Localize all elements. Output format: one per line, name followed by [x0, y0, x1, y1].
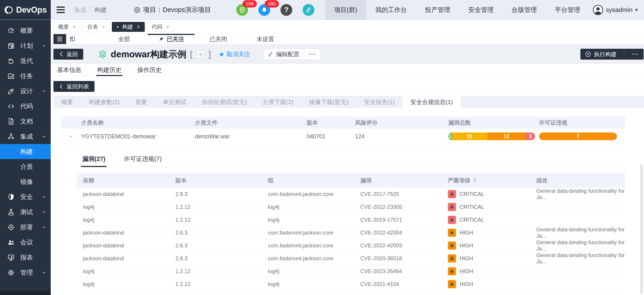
nav-security-mgmt[interactable]: 安全管理 [459, 0, 502, 20]
filter-tab-unset[interactable]: 未设置 [242, 34, 289, 44]
nav-projects[interactable]: 项目(群) [325, 0, 366, 20]
sidebar-item-task[interactable]: 任务 [0, 68, 51, 84]
back-to-list-label: 返回列表 [66, 83, 89, 90]
cve-cell: CVE-2019-17571 [360, 217, 448, 223]
more-actions-button[interactable]: ··· [304, 49, 320, 59]
report-tab-summary[interactable]: 概要 [54, 96, 81, 108]
add-button[interactable]: + [196, 50, 204, 58]
nav-platform-mgmt[interactable]: 平台管理 [546, 0, 589, 20]
breadcrumb-current[interactable]: 构建 [94, 6, 107, 14]
header-risk-score: 风险评分 [355, 119, 448, 126]
vulnerability-row[interactable]: jackson-databind 2.6.3 com.fasterxml.jac… [77, 252, 625, 265]
notifications-button[interactable]: 180 [258, 4, 270, 16]
severity-segment: 11 [452, 133, 487, 140]
sidebar-item-image[interactable]: 镜像 [0, 174, 51, 189]
build-title-bar: 返回 demowar构建示例 [ + ] ★ 取消关注 [51, 45, 644, 64]
tab-code[interactable]: 代码 × [147, 22, 174, 32]
filter-tab-followed[interactable]: 已关注 [148, 34, 195, 44]
sidebar-item-integration[interactable]: 集成 [0, 129, 51, 144]
bell-icon [261, 7, 268, 13]
sidebar-item-document[interactable]: 文档 [0, 114, 51, 129]
hamburger-menu-icon[interactable] [56, 7, 65, 13]
tab-operation-history[interactable]: 操作历史 [136, 64, 162, 76]
filter-tab-closed[interactable]: 已关闭 [195, 34, 242, 44]
cve-cell: CVE-2023-26464 [360, 268, 448, 274]
filter-tab-label: 已关闭 [210, 35, 227, 43]
sidebar-item-plan[interactable]: 计划 [0, 38, 51, 53]
report-tab-build-params[interactable]: 构建参数(2) [81, 96, 128, 108]
version-cell: 2.6.3 [176, 191, 268, 197]
media-table-row[interactable]: YGYTESTDEMO01-demowar demoWar.war 040701… [61, 129, 625, 144]
report-tab-quality[interactable]: 质量 [128, 96, 155, 108]
expand-row-button[interactable] [61, 134, 81, 139]
report-tab-security-compliance[interactable]: 安全合规信息(1) [402, 96, 461, 108]
tab-license-violations[interactable]: 许可证违规(7) [123, 151, 163, 167]
sidebar-item-build[interactable]: 构建 [0, 144, 51, 159]
back-to-list-button[interactable]: 返回列表 [54, 81, 94, 92]
sidebar-item-test[interactable]: 测试 [0, 204, 51, 220]
vulnerability-row[interactable]: log4j 1.2.12 log4j CVE-2022-23305 [77, 201, 625, 213]
license-violation-cell: 7 [539, 133, 625, 140]
close-icon[interactable]: × [102, 24, 105, 30]
sidebar-item-meeting[interactable]: 会议 [0, 235, 51, 250]
tab-task[interactable]: 任务 × [83, 22, 110, 32]
tab-build-history[interactable]: 构建历史 [96, 64, 122, 76]
report-tab-image-download[interactable]: 镜像下载(暂无) [301, 96, 356, 108]
documents-button[interactable]: 156 [236, 4, 248, 16]
vertical-scrollbar[interactable] [640, 164, 643, 294]
severity-label: HIGH [460, 242, 473, 249]
description-cell: General data-binding functionality for J… [536, 239, 625, 252]
sidebar: 概要 计划 迭代 任务 [0, 20, 51, 295]
vulnerability-row[interactable]: jackson-databind 2.6.3 com.fasterxml.jac… [77, 239, 625, 252]
close-icon[interactable]: × [166, 24, 169, 30]
sidebar-item-design[interactable]: 设计 [0, 84, 51, 99]
breadcrumb-parent[interactable]: 集成 [74, 6, 86, 14]
nav-version-mgmt[interactable]: 合版管理 [502, 0, 546, 20]
sidebar-item-deploy[interactable]: 部署 [0, 220, 51, 235]
sidebar-item-report[interactable]: 报表 [0, 250, 51, 265]
header-license-violation: 许可证违规 [539, 119, 625, 126]
vulnerability-row[interactable]: jackson-databind 2.6.3 com.fasterxml.jac… [77, 188, 625, 201]
sidebar-item-overview[interactable]: 概要 [0, 23, 51, 38]
back-button[interactable]: 返回 [54, 49, 83, 60]
vulnerability-row[interactable]: log4j 1.2.12 log4j CVE-2019-17571 [77, 213, 625, 226]
close-icon[interactable]: × [137, 24, 140, 30]
tab-build[interactable]: ● 构建 × [112, 22, 145, 32]
help-button[interactable]: ? [280, 4, 292, 16]
tab-overview[interactable]: 概要 × [54, 22, 81, 32]
report-tab-auto-test[interactable]: 自动化测试(暂无) [194, 96, 255, 108]
close-icon[interactable]: × [72, 24, 76, 30]
vulnerability-row[interactable]: log4j 1.2.12 log4j CVE-2023-26464 [77, 265, 625, 278]
vulnerability-severity-bar[interactable]: 1 11 12 3 [448, 133, 535, 140]
sidebar-item-media[interactable]: 介质 [0, 159, 51, 174]
media-table: 介质名称 介质文件 版本 风险评分 漏洞总数 许可证违规 YGYTESTDEMO… [61, 116, 625, 144]
sort-icon[interactable] [473, 178, 476, 183]
chevron-down-icon [41, 89, 46, 94]
unfollow-link[interactable]: ★ 取消关注 [219, 50, 250, 58]
report-tab-media-download[interactable]: 介质下载(2) [255, 96, 301, 108]
nav-workbench[interactable]: 我的工作台 [366, 0, 416, 20]
run-build-button[interactable]: 执行构建 [580, 49, 621, 60]
user-menu[interactable]: sysadmin ▾ [589, 0, 644, 20]
sidebar-item-admin[interactable]: 管理 [0, 265, 51, 280]
report-tab-unit-test[interactable]: 单元测试 [155, 96, 194, 108]
nav-production[interactable]: 投产管理 [416, 0, 459, 20]
report-tab-security-report[interactable]: 安全报告(1) [356, 96, 402, 108]
sidebar-item-security[interactable]: 安全 [0, 189, 51, 204]
license-violation-bar[interactable]: 7 [539, 133, 617, 140]
board-view-button[interactable] [66, 34, 79, 44]
edit-config-button[interactable]: 编辑配置 [263, 49, 304, 59]
tab-vulnerabilities[interactable]: 漏洞(27) [81, 151, 106, 167]
star-icon: ★ [219, 51, 224, 58]
sidebar-item-iteration[interactable]: 迭代 [0, 53, 51, 68]
filter-tab-all[interactable]: 全部 [100, 34, 148, 44]
tab-basic-info[interactable]: 基本信息 [56, 64, 82, 76]
project-selector[interactable]: 项目：Devops演示项目 [134, 6, 211, 15]
app-logo[interactable]: DevOps [0, 0, 51, 20]
sidebar-item-code[interactable]: 代码 [0, 99, 51, 114]
list-view-button[interactable] [54, 34, 66, 44]
run-more-button[interactable]: ··· [628, 49, 644, 60]
vulnerability-row[interactable]: log4j 1.2.12 log4j CVE-2021-4104 [77, 278, 625, 291]
links-button[interactable] [302, 4, 314, 16]
vulnerability-row[interactable]: jackson-databind 2.6.3 com.fasterxml.jac… [77, 226, 625, 239]
